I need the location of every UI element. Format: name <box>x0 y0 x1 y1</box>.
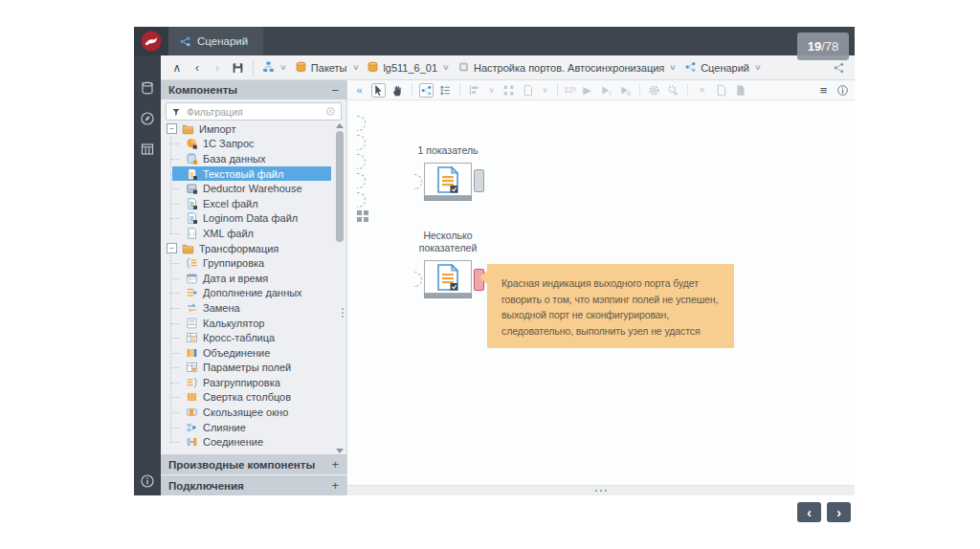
node-body[interactable] <box>424 163 472 196</box>
filter-input[interactable] <box>185 105 322 119</box>
canvas-surface[interactable]: 1 показатель <box>347 99 855 486</box>
tree-scrollbar[interactable] <box>334 121 345 455</box>
paste-page-icon[interactable] <box>733 83 747 98</box>
node-output-port[interactable] <box>474 169 484 192</box>
section-derived-components[interactable]: Производные компоненты + <box>161 453 346 474</box>
tree-item[interactable]: Текстовый файл <box>161 166 334 182</box>
copy-page-icon[interactable] <box>714 83 728 98</box>
clear-circle-icon[interactable] <box>325 106 336 117</box>
save-icon[interactable] <box>229 59 246 77</box>
chevron-down-icon[interactable]: ∨ <box>349 63 363 72</box>
renumber-icon[interactable]: 12³ <box>565 83 575 98</box>
chevron-down-icon[interactable]: ∨ <box>277 63 290 72</box>
crumb-label: Пакеты <box>311 62 347 74</box>
panel-splitter-handle[interactable] <box>342 308 344 318</box>
scenario-input-port[interactable] <box>357 116 366 131</box>
app-logo[interactable] <box>134 27 168 55</box>
copy-menu-chevron-icon[interactable]: ∨ <box>540 83 550 98</box>
copy-settings-icon[interactable] <box>521 83 535 98</box>
slide-next-button[interactable]: › <box>827 502 851 522</box>
expand-plus-icon[interactable]: + <box>331 457 339 472</box>
scenario-crumb[interactable]: Сценарий∨ <box>682 60 765 76</box>
collapse-panel-icon[interactable]: « <box>352 83 367 98</box>
tree-group-0[interactable]: −Импорт <box>161 121 334 137</box>
toolbar-separator <box>253 60 254 76</box>
scenario-input-port[interactable] <box>357 135 366 150</box>
align-menu-chevron-icon[interactable]: ∨ <box>486 83 497 98</box>
run-to-node-icon[interactable] <box>618 83 633 98</box>
expand-plus-icon[interactable]: + <box>331 478 339 493</box>
share-icon[interactable] <box>830 59 847 77</box>
horizontal-scrollbar[interactable] <box>347 485 855 495</box>
tree-group-1[interactable]: −Трансформация <box>161 241 334 256</box>
tree-item[interactable]: Дата и время <box>161 271 334 286</box>
port-grid-icon[interactable] <box>357 210 368 222</box>
back-icon[interactable]: ‹ <box>189 59 206 77</box>
tree-item[interactable]: Соединение <box>161 434 334 450</box>
tree-collapse-icon[interactable]: − <box>167 243 177 253</box>
tree-item[interactable]: Дополнение данных <box>161 286 334 301</box>
tree-item[interactable]: Разгруппировка <box>161 375 334 390</box>
info-icon[interactable] <box>835 83 850 98</box>
section-connections[interactable]: Подключения + <box>161 474 346 495</box>
tree-item[interactable]: Кросс-таблица <box>161 330 334 345</box>
node-input-port[interactable] <box>414 272 422 287</box>
scenario-tree-crumb[interactable]: ∨ <box>260 60 290 76</box>
tree-item[interactable]: Свертка столбцов <box>161 390 334 406</box>
tree-item[interactable]: Калькулятор <box>161 316 334 331</box>
auto-layout-icon[interactable] <box>501 83 516 98</box>
run-settings-icon[interactable] <box>666 83 680 98</box>
node-several-indicators[interactable]: Несколько показателей <box>424 260 472 298</box>
tab-scenario[interactable]: Сценарий <box>168 27 263 55</box>
structure-view-icon[interactable] <box>438 83 453 98</box>
pan-tool-icon[interactable] <box>390 83 405 98</box>
slide-page-badge: 19/78 <box>797 33 849 60</box>
tree-item[interactable]: Слияние <box>161 420 334 435</box>
collapse-panel-button[interactable]: − <box>331 83 339 98</box>
design-rail-icon[interactable] <box>140 111 155 126</box>
history-up-icon[interactable]: ∧ <box>168 59 186 77</box>
node-body[interactable] <box>424 260 472 294</box>
align-nodes-icon[interactable] <box>467 83 481 98</box>
grouping-icon <box>186 256 198 270</box>
forward-icon[interactable]: › <box>209 59 226 77</box>
tree-item[interactable]: XML файл <box>161 226 334 241</box>
tree-item[interactable]: Excel файл <box>161 196 334 211</box>
chevron-down-icon[interactable]: ∨ <box>751 63 765 72</box>
tree-item[interactable]: Объединение <box>161 345 334 361</box>
scenario-view-icon[interactable] <box>419 83 434 98</box>
run-node-icon[interactable]: 1 <box>599 83 613 98</box>
info-rail-icon[interactable] <box>140 473 155 489</box>
settings-icon[interactable] <box>647 83 661 98</box>
scroll-up-icon[interactable] <box>336 123 344 128</box>
tree-item[interactable]: Замена <box>161 300 334 316</box>
scenario-input-port[interactable] <box>357 173 366 188</box>
reports-rail-icon[interactable] <box>140 142 155 157</box>
tree-item[interactable]: Группировка <box>161 255 334 271</box>
tree-item[interactable]: Deductor Warehouse <box>161 181 334 196</box>
packages-rail-icon[interactable] <box>140 80 155 96</box>
splitter-dots-icon[interactable] <box>595 490 607 492</box>
tree-item[interactable]: Скользящее окно <box>161 405 334 420</box>
tree-item[interactable]: База данных <box>161 151 334 166</box>
ungroup-icon <box>186 376 198 389</box>
tree-item[interactable]: Параметры полей <box>161 361 334 376</box>
chevron-down-icon[interactable]: ∨ <box>666 63 679 72</box>
node-one-indicator[interactable]: 1 показатель <box>424 163 472 201</box>
tree-collapse-icon[interactable]: − <box>167 123 177 134</box>
chevron-down-icon[interactable]: ∨ <box>439 63 453 72</box>
tree-item[interactable]: Loginom Data файл <box>161 211 334 227</box>
delete-icon[interactable]: × <box>695 83 709 98</box>
packages-crumb[interactable]: Пакеты∨ <box>293 60 363 76</box>
toolbar-menu-icon[interactable]: ≡ <box>816 83 831 98</box>
tree-item[interactable]: 1С Запрос <box>161 137 334 152</box>
slide-prev-button[interactable]: ‹ <box>797 502 821 522</box>
node-input-port[interactable] <box>414 174 422 189</box>
run-all-icon[interactable]: ▶ <box>580 83 594 98</box>
pointer-tool-icon[interactable] <box>371 83 386 98</box>
scenario-input-port[interactable] <box>357 192 366 208</box>
package-crumb[interactable]: lg511_6_01∨ <box>365 60 453 76</box>
module-crumb[interactable]: Настройка портов. Автосинхронизация∨ <box>456 60 679 76</box>
scenario-input-port[interactable] <box>357 154 366 169</box>
scroll-thumb[interactable] <box>336 131 344 242</box>
